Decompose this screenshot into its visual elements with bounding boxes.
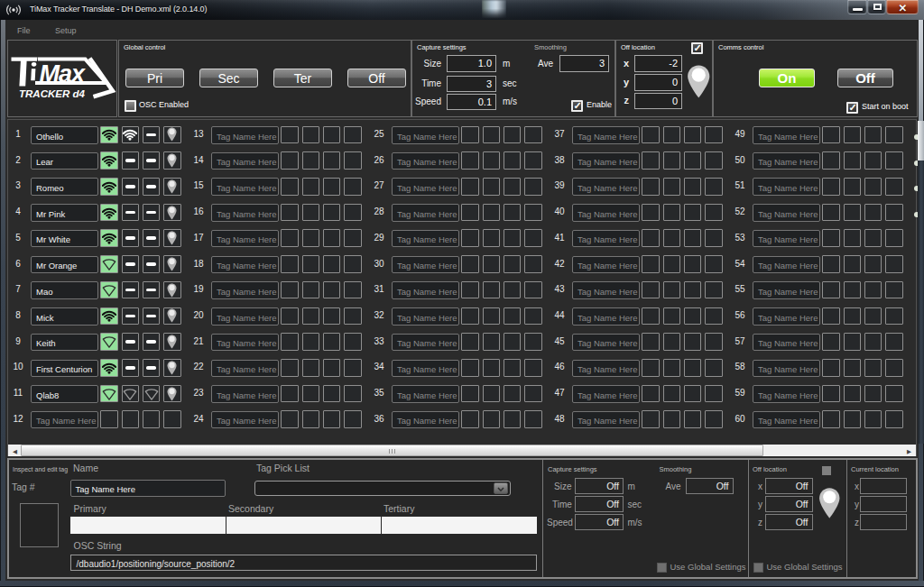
svg-text:TRACKER d4: TRACKER d4: [19, 88, 85, 99]
